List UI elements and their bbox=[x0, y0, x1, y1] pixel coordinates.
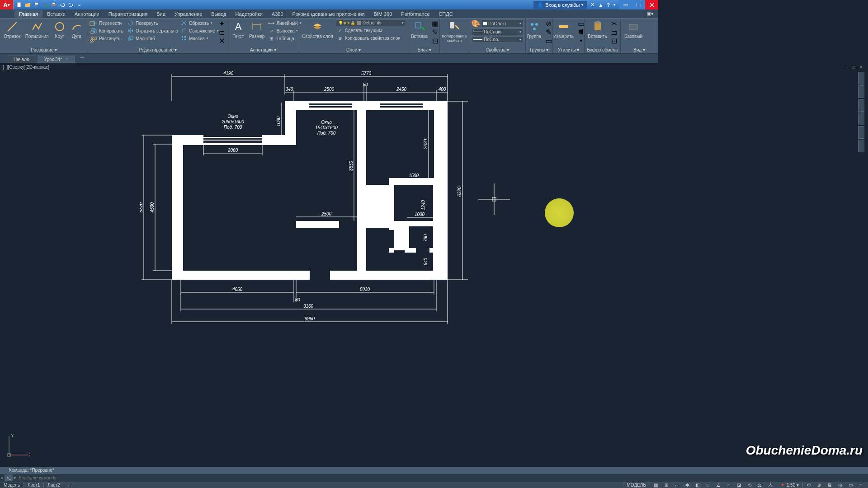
tab-output[interactable]: Вывод bbox=[207, 10, 231, 18]
table-button[interactable]: ⊞Таблица bbox=[267, 35, 302, 42]
ribbon: Отрезок Полилиния Круг Дуга Рисование ▾ … bbox=[0, 18, 658, 54]
fillet-button[interactable]: Сопряжение▾ bbox=[180, 27, 216, 34]
viewport-label[interactable]: [−][Сверху][2D-каркас] bbox=[3, 65, 49, 70]
panel-draw-title[interactable]: Рисование ▾ bbox=[2, 47, 86, 53]
tab-bim360[interactable]: BIM 360 bbox=[369, 10, 396, 18]
tab-home[interactable]: Главная bbox=[14, 10, 42, 18]
block-edit-icon[interactable]: ✎ bbox=[430, 28, 439, 36]
svg-text:1240: 1240 bbox=[421, 200, 426, 210]
tab-annotate[interactable]: Аннотации bbox=[70, 10, 104, 18]
layerprops-button[interactable]: Свойства слоя bbox=[300, 19, 335, 40]
panel-layers-title[interactable]: Слои ▾ bbox=[300, 47, 407, 53]
redo-icon[interactable] bbox=[67, 1, 75, 9]
save-icon[interactable] bbox=[33, 1, 40, 9]
panel-modify-title[interactable]: Редактирование ▾ bbox=[90, 47, 226, 53]
dim-button[interactable]: Размер bbox=[247, 19, 266, 40]
panel-annot-title[interactable]: Аннотации ▾ bbox=[230, 47, 296, 53]
makecurrent-button[interactable]: ✓Сделать текущим bbox=[336, 27, 407, 34]
erase-icon[interactable]: ✕ bbox=[217, 37, 226, 45]
move-button[interactable]: Перенести bbox=[90, 19, 126, 27]
drawing-canvas[interactable]: [−][Сверху][2D-каркас] − □ × 4190 5770 3… bbox=[0, 63, 658, 369]
group-button[interactable]: Группа bbox=[525, 19, 543, 40]
line-button[interactable]: Отрезок bbox=[2, 19, 23, 40]
paste-button[interactable]: Вставить bbox=[586, 19, 609, 40]
array-button[interactable]: Массив▾ bbox=[180, 35, 216, 42]
insert-button[interactable]: Вставка bbox=[409, 19, 429, 40]
base-button[interactable]: Базовый bbox=[623, 19, 644, 40]
print-icon[interactable] bbox=[50, 1, 57, 9]
matchprops-button[interactable]: Копирование свойств bbox=[440, 19, 469, 44]
copy-icon[interactable]: ⊐ bbox=[610, 28, 619, 36]
panel-clip: Вставить ✂ ⊐ ⊡ Буфер обмена bbox=[585, 19, 621, 53]
saveas-icon[interactable] bbox=[41, 1, 49, 9]
help-icon[interactable]: ? bbox=[607, 2, 610, 8]
scale-button[interactable]: Масштаб bbox=[127, 35, 179, 42]
leader-button[interactable]: ↗Выноска▾ bbox=[267, 27, 302, 34]
trim-button[interactable]: Обрезать▾ bbox=[180, 19, 216, 27]
layer-dropdown[interactable]: 💡❄☀🔒 Defpoints▾ bbox=[336, 19, 406, 26]
text-button[interactable]: AТекст bbox=[230, 19, 246, 40]
app-logo[interactable]: A▾ bbox=[0, 0, 14, 9]
svg-rect-66 bbox=[357, 108, 366, 228]
panel-groups-title[interactable]: Группы ▾ bbox=[528, 47, 551, 53]
minimize-button[interactable] bbox=[619, 0, 632, 9]
panel-view-title[interactable]: Вид ▾ bbox=[623, 47, 656, 53]
maximize-button[interactable] bbox=[632, 0, 645, 9]
new-icon[interactable] bbox=[15, 1, 23, 9]
svg-text:780: 780 bbox=[423, 234, 428, 242]
close-button[interactable] bbox=[645, 0, 658, 9]
copylayerprops-button[interactable]: ⊜Копировать свойства слоя bbox=[336, 34, 407, 42]
panel-utils-title[interactable]: Утилиты ▾ bbox=[555, 47, 582, 53]
tab-insert[interactable]: Вставка bbox=[42, 10, 70, 18]
panel-draw: Отрезок Полилиния Круг Дуга Рисование ▾ bbox=[0, 19, 88, 53]
panel-clip-title[interactable]: Буфер обмена bbox=[586, 47, 618, 53]
tab-featured[interactable]: Рекомендованные приложения bbox=[288, 10, 369, 18]
stretch-button[interactable]: Растянуть bbox=[90, 35, 126, 42]
explode-icon[interactable]: ✦ bbox=[217, 19, 226, 28]
block-create-icon[interactable]: ▦ bbox=[430, 19, 439, 28]
svg-rect-18 bbox=[184, 36, 186, 38]
open-icon[interactable] bbox=[24, 1, 32, 9]
color-icon[interactable]: 🎨 bbox=[471, 19, 480, 28]
tab-a360[interactable]: A360 bbox=[267, 10, 288, 18]
tab-start[interactable]: Начало bbox=[7, 56, 36, 63]
tab-addins[interactable]: Надстройки bbox=[231, 10, 267, 18]
tab-view[interactable]: Вид bbox=[152, 10, 170, 18]
autodesk-icon[interactable]: ▲ bbox=[598, 2, 603, 8]
tab-parametric[interactable]: Параметризация bbox=[104, 10, 152, 18]
signin-button[interactable]: 👤 Вход в службы ▾ bbox=[533, 1, 587, 9]
tab-spds[interactable]: СПДС bbox=[434, 10, 457, 18]
svg-rect-29 bbox=[559, 25, 568, 28]
copy-button[interactable]: Копировать bbox=[90, 27, 126, 34]
add-tab-button[interactable]: + bbox=[76, 53, 88, 63]
undo-icon[interactable] bbox=[58, 1, 66, 9]
polyline-button[interactable]: Полилиния bbox=[24, 19, 51, 40]
cut-icon[interactable]: ✂ bbox=[610, 19, 619, 28]
tab-file[interactable]: Урок 34*× bbox=[38, 56, 75, 63]
measure-button[interactable]: Измерить bbox=[552, 19, 576, 40]
svg-rect-20 bbox=[184, 39, 186, 40]
arc-button[interactable]: Дуга bbox=[69, 19, 85, 40]
linear-button[interactable]: ⟷Линейный▾ bbox=[267, 19, 302, 27]
block-attr-icon[interactable]: ⊡ bbox=[430, 37, 439, 45]
line-label: Отрезок bbox=[4, 34, 21, 39]
mirror-button[interactable]: Отразить зеркально bbox=[127, 27, 179, 34]
color-dropdown[interactable]: ПоСлою▾ bbox=[481, 19, 524, 28]
exchange-icon[interactable]: ✕ bbox=[590, 2, 594, 8]
circle-button[interactable]: Круг bbox=[52, 19, 68, 40]
polyline-label: Полилиния bbox=[25, 34, 49, 39]
rotate-button[interactable]: Повернуть bbox=[127, 19, 179, 27]
panel-props-title[interactable]: Свойства ▾ bbox=[471, 47, 524, 53]
tab-performance[interactable]: Performance bbox=[396, 10, 434, 18]
svg-rect-82 bbox=[309, 106, 352, 108]
linetype-dropdown[interactable]: ПоСло...▾ bbox=[471, 36, 524, 43]
qat-dropdown-icon[interactable] bbox=[75, 1, 83, 9]
close-tab-icon[interactable]: × bbox=[66, 57, 68, 62]
tab-collapse-icon[interactable]: ▣▾ bbox=[642, 10, 658, 18]
svg-rect-84 bbox=[380, 106, 423, 108]
panel-block-title[interactable]: Блок ▾ bbox=[411, 47, 438, 53]
offset-icon[interactable]: ⊏ bbox=[217, 28, 226, 36]
tab-manage[interactable]: Управление bbox=[170, 10, 207, 18]
pasteas-icon[interactable]: ⊡ bbox=[610, 37, 619, 45]
lineweight-dropdown[interactable]: ПоСлою▾ bbox=[471, 28, 524, 35]
